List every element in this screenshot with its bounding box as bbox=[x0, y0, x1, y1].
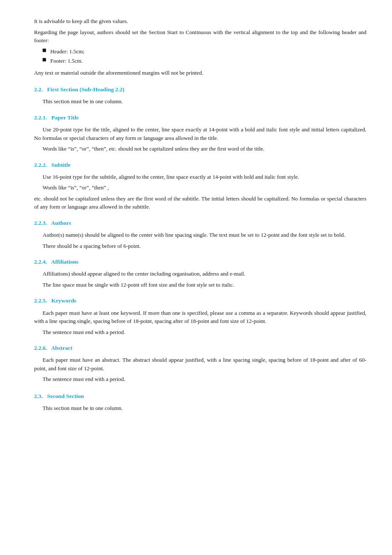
bullet-header: Header: 1.5cm; bbox=[43, 47, 366, 56]
intro-line1: It is advisable to keep all the given va… bbox=[34, 17, 366, 26]
heading-225: 2.2.5. Keywords bbox=[34, 296, 366, 305]
bullet-footer: Footer: 1.5cm. bbox=[43, 57, 366, 65]
para-226-1: Each paper must have an abstract. The ab… bbox=[34, 356, 366, 372]
any-text: Any text or material outside the aforeme… bbox=[34, 69, 366, 77]
heading-22: 2.2. First Section (Sub-Heading 2.2) bbox=[34, 85, 366, 94]
heading-222: 2.2.2. Subtitle bbox=[34, 161, 366, 169]
para-224-1: Affiliations) should appear aligned to t… bbox=[34, 270, 366, 278]
para-222-2: Words like “is”, “or”, “then” , bbox=[34, 183, 366, 192]
heading-23: 2.3. Second Section bbox=[34, 392, 366, 401]
body-23: This section must be in one column. bbox=[34, 404, 366, 413]
body-22: This section must be in one column. bbox=[34, 97, 366, 106]
para-225-2: The sentence must end with a period. bbox=[34, 328, 366, 337]
bullet-list: Header: 1.5cm; Footer: 1.5cm. bbox=[43, 47, 366, 65]
para-221-1: Use 20-point type for the title, aligned… bbox=[34, 125, 366, 142]
para-225-1: Each paper must have at least one keywor… bbox=[34, 309, 366, 325]
bullet-icon bbox=[43, 58, 46, 61]
heading-221: 2.2.1. Paper Title bbox=[34, 113, 366, 122]
para-226-2: The sentence must end with a period. bbox=[34, 375, 366, 384]
heading-226: 2.2.6. Abstract bbox=[34, 344, 366, 352]
para-223-1: Author(s) name(s) should be aligned to t… bbox=[34, 231, 366, 239]
para-222-1: Use 16-point type for the subtitle, alig… bbox=[34, 173, 366, 181]
heading-223: 2.2.3. Authors bbox=[34, 219, 366, 227]
para-221-2: Words like “is”, “or”, “then”, etc. shou… bbox=[34, 145, 366, 153]
bullet-icon bbox=[43, 49, 46, 52]
bullet-header-text: Header: 1.5cm; bbox=[50, 47, 84, 56]
para-223-2: There should be a spacing before of 6-po… bbox=[34, 242, 366, 250]
intro-line2: Regarding the page layout, authors shoul… bbox=[34, 28, 366, 45]
heading-224: 2.2.4. Affiliations bbox=[34, 258, 366, 266]
bullet-footer-text: Footer: 1.5cm. bbox=[50, 57, 83, 65]
para-222-3: etc. should not be capitalized unless th… bbox=[34, 195, 366, 211]
para-224-2: The line space must be single with 12-po… bbox=[34, 281, 366, 289]
